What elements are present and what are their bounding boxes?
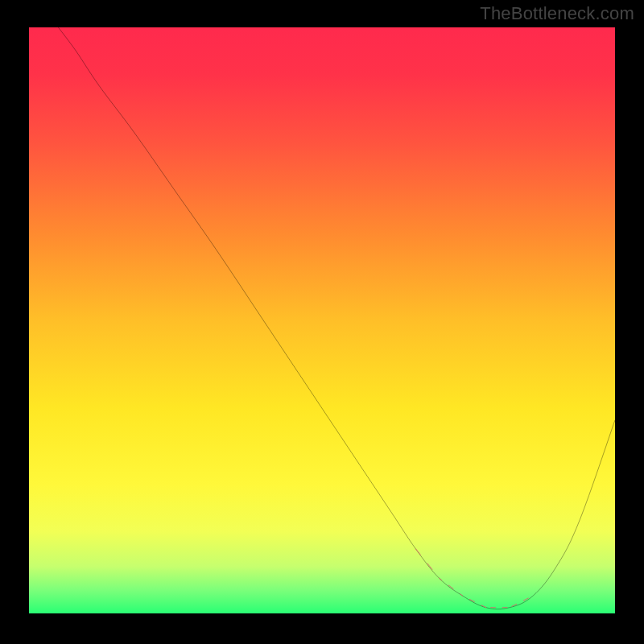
chart-container: TheBottleneck.com xyxy=(0,0,644,644)
watermark-text: TheBottleneck.com xyxy=(480,3,634,24)
chart-background xyxy=(29,27,615,613)
bottleneck-chart xyxy=(29,27,615,613)
